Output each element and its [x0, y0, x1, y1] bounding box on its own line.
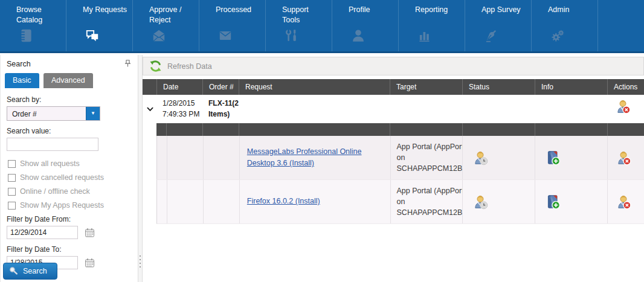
search-tabs: Basic Advanced — [1, 71, 138, 88]
nav-item-processed[interactable]: Processed — [199, 0, 266, 51]
nav-item-label: Admin — [548, 5, 594, 15]
nav-item-browse-catalog[interactable]: Browse Catalog — [0, 0, 66, 51]
user-pending-icon — [472, 150, 488, 165]
header-target[interactable]: Target — [390, 79, 462, 95]
checkbox-label: Online / offline check — [20, 187, 90, 196]
nav-item-label: My Requests — [83, 5, 129, 15]
nav-item-label: Support Tools — [282, 5, 328, 25]
search-value-input[interactable] — [7, 138, 98, 151]
checkbox-row: Show cancelled requests — [7, 173, 132, 182]
requests-main: Refresh Data Date Order # Request Target… — [143, 55, 644, 282]
open-mail-icon — [151, 28, 167, 43]
user-pending-icon — [472, 194, 488, 210]
search-value-label: Search value: — [7, 127, 132, 135]
nav-item-label: Profile — [349, 5, 394, 15]
calendar-icon[interactable] — [85, 258, 95, 268]
install-info-icon[interactable] — [545, 150, 561, 165]
tools-icon — [284, 28, 300, 43]
group-actions-cell — [607, 98, 644, 120]
request-link[interactable]: Firefox 16.0.2 (Install) — [247, 196, 320, 207]
request-link[interactable]: MessageLabs Professional Online Desktop … — [247, 146, 387, 170]
header-expand — [143, 79, 156, 95]
cancel-request-icon[interactable] — [615, 98, 631, 114]
calendar-icon[interactable] — [85, 228, 95, 238]
cancel-request-icon[interactable] — [616, 194, 631, 210]
date-from-row — [7, 226, 132, 239]
header-date[interactable]: Date — [156, 79, 202, 95]
nav-item-my-requests[interactable]: My Requests — [66, 0, 133, 51]
search-panel-header: Search — [1, 55, 138, 71]
tab-advanced[interactable]: Advanced — [43, 73, 93, 88]
expand-chevron-icon[interactable] — [143, 98, 156, 120]
nav-item-label: Processed — [216, 5, 262, 15]
sub-grid-header-row — [156, 123, 644, 136]
nav-item-admin[interactable]: Admin — [532, 0, 598, 51]
target-text: App Portal (AppPortal) on SCHAPAPPCM12BO… — [397, 185, 463, 218]
group-info-cell — [535, 98, 607, 120]
search-panel: Search Basic Advanced Search by: Order #… — [0, 55, 138, 282]
date-to-label: Filter by Date To: — [7, 245, 132, 254]
target-text: App Portal (AppPortal) on SCHAPAPPCM12BO… — [397, 141, 463, 174]
search-button-label: Search — [23, 267, 47, 275]
date-from-input[interactable] — [7, 226, 78, 239]
search-panel-body: Search by: Order # ▼ Search value: Show … — [1, 88, 138, 269]
nav-item-label: Browse Catalog — [16, 5, 62, 25]
refresh-data-button[interactable]: Refresh Data — [143, 57, 644, 75]
show-cancelled-requests-checkbox[interactable] — [8, 174, 16, 182]
group-request-cell — [239, 98, 390, 120]
top-nav: Browse Catalog My Requests Approve / Rej… — [0, 0, 644, 53]
checkbox-row: Online / offline check — [7, 187, 132, 196]
checkbox-group: Show all requests Show cancelled request… — [7, 159, 132, 210]
checkbox-row: Show all requests — [7, 159, 132, 168]
checkbox-label: Show all requests — [20, 159, 80, 168]
group-order-number: FLX-11(2 Items) — [202, 98, 239, 120]
nav-item-label: App Survey — [481, 5, 527, 15]
refresh-icon — [149, 59, 163, 73]
nav-item-app-survey[interactable]: App Survey — [465, 0, 532, 51]
header-info[interactable]: Info — [535, 79, 607, 95]
app-portal-window: Browse Catalog My Requests Approve / Rej… — [0, 0, 644, 282]
header-request[interactable]: Request — [239, 79, 390, 95]
tab-basic[interactable]: Basic — [5, 73, 39, 88]
search-by-label: Search by: — [7, 95, 132, 104]
show-my-apps-requests-checkbox[interactable] — [8, 202, 16, 210]
cancel-request-icon[interactable] — [616, 150, 631, 165]
online-offline-check-checkbox[interactable] — [8, 188, 16, 196]
nav-item-reporting[interactable]: Reporting — [399, 0, 465, 51]
sidebar-splitter[interactable] — [138, 55, 143, 282]
checkbox-label: Show My Apps Requests — [20, 201, 104, 210]
header-status[interactable]: Status — [462, 79, 535, 95]
mail-icon — [217, 28, 233, 43]
gears-icon — [550, 28, 565, 43]
person-icon — [350, 28, 366, 43]
pin-icon[interactable] — [124, 59, 132, 68]
chat-bubbles-icon — [85, 28, 100, 43]
group-date: 1/28/2015 7:49:33 PM — [156, 98, 202, 120]
search-by-select[interactable]: Order # ▼ — [7, 106, 100, 121]
refresh-label: Refresh Data — [167, 62, 212, 71]
checkbox-label: Show cancelled requests — [20, 173, 104, 182]
search-by-value: Order # — [12, 110, 37, 118]
search-panel-title: Search — [7, 60, 31, 68]
nav-item-label: Approve / Reject — [149, 5, 195, 25]
header-order[interactable]: Order # — [202, 79, 239, 95]
group-row: 1/28/2015 7:49:33 PM FLX-11(2 Items) — [143, 95, 644, 123]
catalog-notebook-icon — [18, 28, 34, 43]
nav-item-approve-reject[interactable]: Approve / Reject — [133, 0, 199, 51]
requests-grid: Date Order # Request Target Status Info … — [143, 79, 644, 224]
search-button[interactable]: Search — [3, 263, 57, 280]
chevron-down-icon[interactable]: ▼ — [86, 107, 100, 120]
magnifier-icon — [9, 266, 18, 275]
nav-item-profile[interactable]: Profile — [332, 0, 399, 51]
install-info-icon[interactable] — [545, 194, 561, 210]
header-actions[interactable]: Actions — [607, 79, 644, 95]
show-all-requests-checkbox[interactable] — [8, 160, 16, 168]
request-row: MessageLabs Professional Online Desktop … — [156, 136, 644, 180]
nav-item-support-tools[interactable]: Support Tools — [266, 0, 332, 51]
grid-header-row: Date Order # Request Target Status Info … — [143, 79, 644, 95]
group-target-cell — [390, 98, 462, 120]
pen-icon — [483, 28, 499, 43]
group-status-cell — [462, 98, 535, 120]
splitter-grip-icon[interactable] — [140, 255, 141, 270]
bar-chart-icon — [417, 28, 433, 43]
